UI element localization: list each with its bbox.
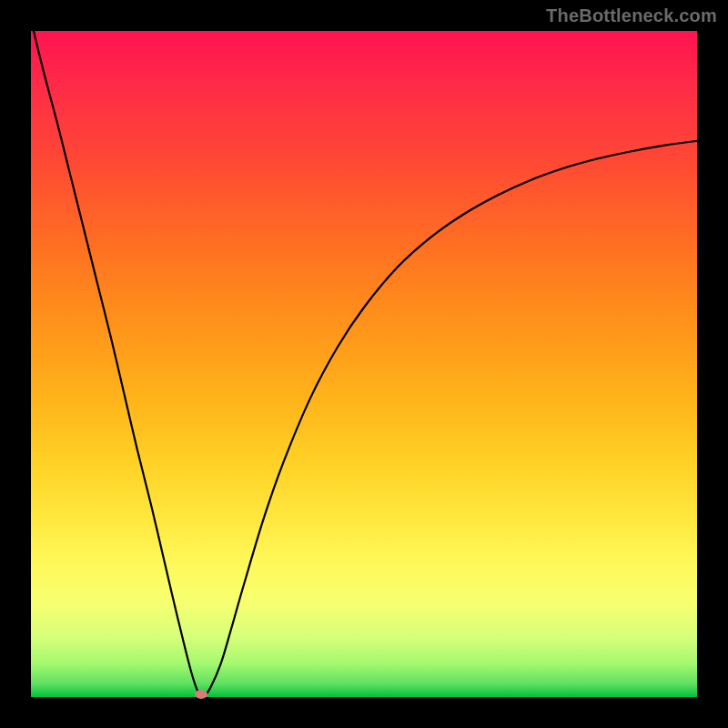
minimum-marker — [195, 690, 207, 699]
chart-frame: TheBottleneck.com — [0, 0, 728, 728]
bottleneck-curve — [31, 31, 697, 697]
plot-area — [31, 31, 697, 697]
watermark-text: TheBottleneck.com — [546, 5, 717, 26]
